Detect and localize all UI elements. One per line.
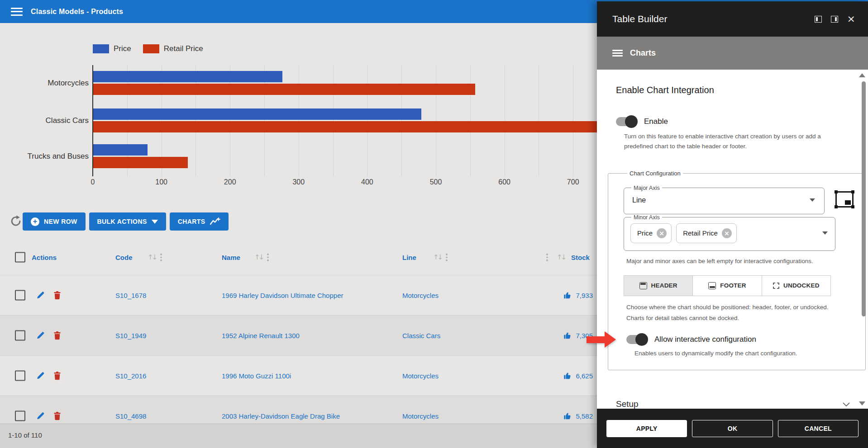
edit-icon[interactable] (36, 372, 45, 380)
cell-code[interactable]: S10_1678 (115, 292, 146, 299)
position-option-header[interactable]: HEADER (624, 275, 693, 296)
chip-remove-icon[interactable]: × (722, 228, 732, 238)
select-all-checkbox[interactable] (15, 252, 25, 263)
position-button-group: HEADERFOOTERUNDOCKED (624, 275, 831, 296)
position-option-undocked[interactable]: UNDOCKED (762, 275, 831, 296)
column-header-name[interactable]: Name (222, 254, 240, 261)
column-menu-icon[interactable] (545, 253, 549, 262)
scrollbar-thumb[interactable] (862, 81, 866, 316)
bulk-actions-button[interactable]: BULK ACTIONS (89, 212, 166, 231)
interactive-help-text: Enables users to dynamically modify the … (634, 349, 847, 358)
interactive-config-toggle[interactable] (626, 335, 647, 344)
scroll-down-icon[interactable] (859, 401, 865, 406)
chart-preview-icon[interactable] (835, 191, 854, 207)
cell-name[interactable]: 2003 Harley-Davidson Eagle Drag Bike (222, 412, 340, 420)
column-menu-icon[interactable] (445, 253, 448, 262)
x-tick-label: 400 (353, 178, 381, 186)
cell-name[interactable]: 1996 Moto Guzzi 1100i (222, 372, 291, 380)
new-row-button[interactable]: + NEW ROW (23, 212, 86, 231)
sort-icon[interactable]: ↑↓ (433, 253, 442, 261)
x-tick-label: 300 (285, 178, 312, 186)
minor-axis-label: Minor Axis (631, 214, 662, 221)
screen: Classic Models - Products PriceRetail Pr… (0, 0, 868, 448)
column-header-line[interactable]: Line (402, 254, 416, 261)
thumbs-up-icon (563, 412, 572, 420)
cell-name[interactable]: 1952 Alpine Renault 1300 (222, 332, 300, 340)
legend-item[interactable]: Retail Price (143, 44, 203, 53)
delete-icon[interactable] (53, 372, 61, 380)
cell-line[interactable]: Motorcycles (402, 372, 439, 380)
charts-section-header[interactable]: Charts (597, 37, 868, 70)
edit-icon[interactable] (36, 291, 45, 300)
row-checkbox[interactable] (15, 330, 25, 341)
legend-item[interactable]: Price (93, 44, 131, 53)
column-header-code[interactable]: Code (115, 254, 133, 261)
cell-code[interactable]: S10_4698 (115, 412, 146, 420)
cell-line[interactable]: Classic Cars (402, 332, 440, 340)
plus-icon: + (31, 217, 39, 226)
bar-retail-price (93, 157, 188, 168)
row-checkbox[interactable] (15, 411, 25, 421)
cell-code[interactable]: S10_1949 (115, 332, 146, 340)
cell-name[interactable]: 1969 Harley Davidson Ultimate Chopper (222, 292, 343, 299)
minor-axis-field[interactable]: Minor Axis Price×Retail Price× (624, 214, 835, 251)
setup-label: Setup (616, 399, 639, 409)
cell-line[interactable]: Motorcycles (402, 412, 439, 420)
sort-icon[interactable]: ↑↓ (557, 253, 565, 261)
chart-legend: PriceRetail Price (93, 44, 203, 53)
dock-left-icon[interactable] (815, 16, 822, 23)
position-option-footer[interactable]: FOOTER (692, 275, 762, 296)
chip-remove-icon[interactable]: × (657, 228, 667, 238)
x-tick-label: 0 (79, 178, 106, 186)
category-label: Trucks and Buses (0, 152, 89, 161)
enable-toggle[interactable] (616, 117, 637, 126)
panel-title: Table Builder (612, 14, 667, 24)
menu-icon[interactable] (11, 8, 23, 16)
gridline (505, 65, 505, 176)
close-icon[interactable]: × (847, 14, 855, 24)
delete-icon[interactable] (53, 291, 61, 300)
cell-line[interactable]: Motorcycles (402, 292, 439, 299)
gridline (333, 65, 334, 176)
delete-icon[interactable] (53, 331, 61, 340)
dock-footer-icon (708, 282, 716, 289)
scroll-up-icon[interactable] (859, 73, 865, 77)
chevron-down-icon (843, 400, 850, 408)
gridline (299, 65, 299, 176)
major-axis-field[interactable]: Major Axis Line (624, 185, 825, 214)
legend-swatch (143, 44, 159, 53)
row-checkbox[interactable] (15, 371, 25, 381)
enable-toggle-label: Enable (644, 117, 668, 126)
position-option-label: FOOTER (720, 282, 746, 289)
axis-chip[interactable]: Price× (630, 223, 672, 243)
ok-button[interactable]: OK (692, 420, 773, 437)
minor-axis-select[interactable]: Price×Retail Price× (630, 221, 829, 246)
apply-button[interactable]: APPLY (606, 420, 687, 437)
refresh-button[interactable] (9, 215, 23, 228)
edit-icon[interactable] (36, 331, 45, 340)
chart-configuration-group: Chart Configuration Major Axis Line (608, 170, 866, 370)
sort-icon[interactable]: ↑↓ (254, 253, 263, 261)
column-menu-icon[interactable] (159, 253, 163, 262)
sort-icon[interactable]: ↑↓ (148, 253, 156, 261)
row-checkbox[interactable] (15, 290, 25, 301)
thumbs-up-icon (563, 372, 572, 380)
charts-button[interactable]: CHARTS (170, 212, 229, 231)
setup-section-toggle[interactable]: Setup (616, 399, 838, 409)
axis-chip[interactable]: Retail Price× (676, 223, 737, 243)
gridline (470, 65, 471, 176)
major-axis-select[interactable]: Line (630, 191, 818, 209)
thumbs-up-icon (563, 291, 572, 299)
delete-icon[interactable] (53, 412, 61, 420)
category-label: Motorcycles (0, 79, 89, 88)
edit-icon[interactable] (36, 412, 45, 420)
column-header-stock[interactable]: Stock (571, 254, 590, 261)
stock-value: 5,582 (576, 412, 593, 420)
enable-help-text: Turn on this feature to enable interacti… (624, 132, 837, 152)
column-menu-icon[interactable] (266, 253, 270, 262)
cell-code[interactable]: S10_2016 (115, 372, 146, 380)
column-header-actions: Actions (32, 254, 57, 261)
gridline (573, 65, 573, 176)
cancel-button[interactable]: CANCEL (778, 420, 858, 437)
dock-right-icon[interactable] (831, 16, 838, 23)
